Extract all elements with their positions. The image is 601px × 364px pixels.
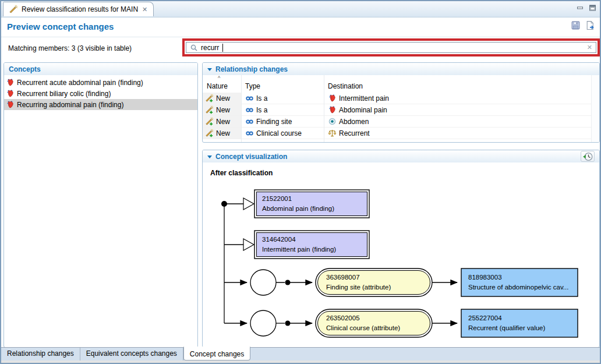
- view-header: Preview concept changes: [1, 17, 600, 37]
- sort-ascending-icon: ^: [218, 75, 220, 81]
- concept-item-label: Recurring abdominal pain (finding): [17, 101, 123, 109]
- relationship-changes-header[interactable]: Relationship changes: [203, 63, 599, 75]
- save-button[interactable]: [571, 20, 581, 30]
- connector-dot: [285, 280, 291, 285]
- qualifier-value-icon: [328, 129, 337, 137]
- type-cell: Is a: [241, 104, 324, 115]
- parent-node-abdominal-pain[interactable]: 21522001 Abdominal pain (finding): [254, 190, 369, 218]
- table-header-row: ^ Nature Type Destination: [203, 75, 599, 93]
- svg-text:Structure of abdominopelvic ca: Structure of abdominopelvic cav...: [468, 284, 568, 291]
- svg-text:21522001: 21522001: [262, 195, 292, 202]
- type-cell: Is a: [241, 93, 324, 104]
- bottom-tab-2[interactable]: Concept changes: [183, 347, 250, 361]
- search-value: recurr: [201, 44, 219, 52]
- nature-cell: New: [203, 116, 241, 127]
- concepts-panel-header: Concepts: [4, 63, 197, 75]
- destination-cell: Recurrent: [324, 128, 599, 139]
- classification-review-window: Review classification results for MAIN ✕…: [0, 0, 601, 364]
- attribute-node-finding-site[interactable]: 363698007 Finding site (attribute): [316, 268, 432, 296]
- relationship-type-icon: [245, 118, 254, 126]
- isa-arrow-icon: [243, 239, 254, 250]
- collapse-triangle-icon: [207, 156, 212, 158]
- editor-tabbar: Review classification results for MAIN ✕: [1, 1, 600, 17]
- search-input[interactable]: recurr ✕: [186, 42, 596, 53]
- column-header-type[interactable]: Type: [241, 82, 324, 90]
- window-bottom-strip: [1, 361, 600, 363]
- after-classification-label: After classification: [210, 169, 273, 177]
- new-relationship-icon: [205, 105, 214, 114]
- concepts-panel: Concepts Recurrent acute abdominal pain …: [3, 62, 198, 348]
- destination-cell: Abdominal pain: [324, 104, 599, 115]
- bottom-tab-1[interactable]: Equivalent concepts changes: [80, 348, 183, 361]
- bottom-tab-0[interactable]: Relationship changes: [1, 348, 80, 361]
- concept-item-label: Recurrent acute abdominal pain (finding): [17, 79, 143, 87]
- attribute-node-clinical-course[interactable]: 263502005 Clinical course (attribute): [316, 309, 432, 337]
- svg-text:Recurrent (qualifier value): Recurrent (qualifier value): [468, 324, 545, 331]
- nature-cell: New: [203, 128, 241, 139]
- empty-row: [203, 139, 599, 143]
- nature-cell: New: [203, 93, 241, 104]
- clinical-finding-icon: [328, 94, 337, 103]
- concept-item-1[interactable]: Recurrent biliary colic (finding): [4, 88, 197, 99]
- value-node-structure-abdominopelvic[interactable]: 818983003 Structure of abdominopelvic ca…: [461, 268, 578, 296]
- svg-text:255227004: 255227004: [468, 314, 502, 321]
- concept-item-2[interactable]: Recurring abdominal pain (finding): [4, 99, 197, 110]
- svg-text:Abdominal pain (finding): Abdominal pain (finding): [262, 205, 334, 212]
- svg-text:263502005: 263502005: [326, 314, 360, 321]
- relationship-table: ^ Nature Type Destination New Is a Inter…: [203, 75, 599, 142]
- relationship-type-icon: [245, 94, 254, 103]
- tab-close-icon[interactable]: ✕: [142, 6, 148, 13]
- relationship-type-icon: [245, 129, 254, 137]
- editor-tab-review-classification[interactable]: Review classification results for MAIN ✕: [3, 2, 154, 16]
- magic-wand-icon: [9, 5, 18, 14]
- table-row[interactable]: New Finding site Abdomen: [203, 116, 599, 128]
- relationship-type-icon: [245, 106, 254, 114]
- concept-visualization-header[interactable]: Concept visualization: [203, 150, 599, 162]
- table-row[interactable]: New Clinical course Recurrent: [203, 128, 599, 139]
- clinical-finding-icon: [6, 89, 15, 98]
- relationship-changes-title: Relationship changes: [215, 65, 288, 73]
- column-header-destination[interactable]: Destination: [324, 82, 363, 90]
- editor-tab-title: Review classification results for MAIN: [22, 5, 138, 13]
- role-group-node[interactable]: [250, 310, 276, 336]
- svg-text:363698007: 363698007: [326, 274, 360, 281]
- new-relationship-icon: [205, 117, 214, 126]
- svg-text:314642004: 314642004: [262, 236, 296, 243]
- matching-members-label: Matching members: 3 (3 visible in table): [8, 44, 132, 52]
- body-structure-icon: [328, 117, 337, 126]
- concept-visualization-panel: Concept visualization After classificati…: [202, 150, 600, 348]
- value-node-recurrent[interactable]: 255227004 Recurrent (qualifier value): [461, 309, 578, 337]
- svg-text:Finding site (attribute): Finding site (attribute): [326, 284, 391, 291]
- connector-dot: [285, 321, 291, 326]
- isa-arrow-icon: [243, 198, 254, 210]
- collapse-triangle-icon: [207, 68, 212, 71]
- concept-item-0[interactable]: Recurrent acute abdominal pain (finding): [4, 77, 197, 88]
- clear-search-icon[interactable]: ✕: [587, 44, 592, 51]
- concept-diagram: 21522001 Abdominal pain (finding) 314642…: [203, 178, 599, 346]
- concept-visualization-title: Concept visualization: [215, 153, 287, 161]
- role-group-node[interactable]: [250, 270, 276, 295]
- type-cell: Clinical course: [241, 128, 324, 139]
- parent-node-intermittent-pain[interactable]: 314642004 Intermittent pain (finding): [254, 231, 369, 259]
- svg-text:Clinical course (attribute): Clinical course (attribute): [326, 324, 400, 331]
- export-button[interactable]: [585, 20, 595, 30]
- destination-cell: Abdomen: [324, 116, 599, 127]
- column-header-nature[interactable]: ^ Nature: [203, 82, 241, 90]
- new-relationship-icon: [205, 129, 214, 137]
- concepts-list: Recurrent acute abdominal pain (finding)…: [4, 75, 197, 110]
- maximize-view-icon[interactable]: [589, 4, 596, 12]
- svg-text:818983003: 818983003: [468, 274, 502, 281]
- page-title: Preview concept changes: [7, 22, 114, 31]
- minimize-view-icon[interactable]: [577, 5, 584, 12]
- filter-row: Matching members: 3 (3 visible in table)…: [1, 37, 600, 61]
- table-row[interactable]: New Is a Intermittent pain: [203, 93, 599, 104]
- clinical-finding-icon: [328, 105, 337, 114]
- search-highlight-annotation: recurr ✕: [182, 38, 600, 56]
- nature-cell: New: [203, 104, 241, 115]
- svg-text:Intermittent pain (finding): Intermittent pain (finding): [262, 246, 336, 253]
- history-button[interactable]: [581, 151, 595, 162]
- search-icon: [190, 44, 198, 52]
- type-cell: Finding site: [241, 116, 324, 127]
- concepts-panel-title: Concepts: [9, 65, 41, 73]
- table-row[interactable]: New Is a Abdominal pain: [203, 104, 599, 116]
